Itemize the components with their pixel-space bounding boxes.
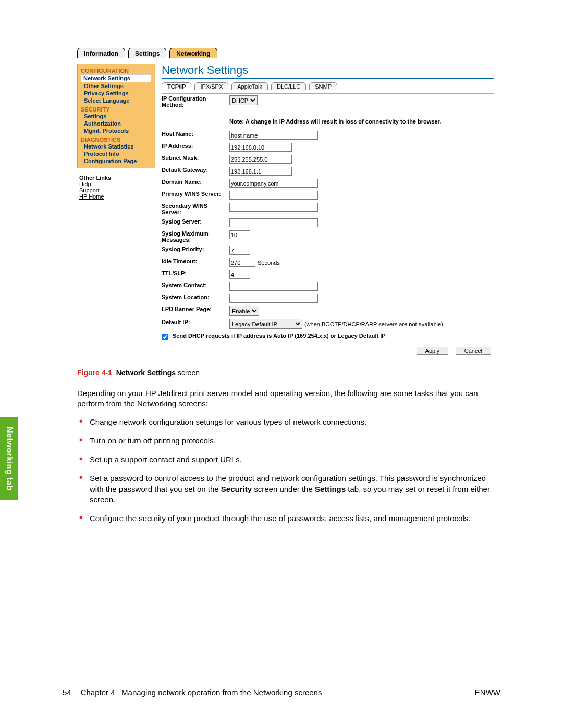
tcpip-form: IP Configuration Method: DHCP Note: A ch… [162, 93, 494, 359]
checkbox-dhcp-label: Send DHCP requests if IP address is Auto… [173, 332, 386, 339]
select-defaultip[interactable]: Legacy Default IP [229, 319, 302, 329]
figure-rest: screen [176, 368, 200, 377]
input-location[interactable] [229, 294, 318, 303]
lbl-pwins: Primary WINS Server: [162, 191, 229, 197]
subtab-appletalk[interactable]: AppleTalk [231, 82, 268, 90]
page-number: 54 [63, 688, 71, 697]
lbl-ipconfig: IP Configuration Method: [162, 95, 229, 108]
lbl-gateway: Default Gateway: [162, 167, 229, 173]
tab-information[interactable]: Information [77, 48, 125, 58]
defaultip-suffix: (when BOOTP/DHCP/RARP servers are not av… [304, 321, 443, 327]
lbl-syslog: Syslog Server: [162, 218, 229, 225]
lbl-subnet: Subnet Mask: [162, 155, 229, 161]
other-links-title: Other Links [79, 175, 155, 181]
lbl-hostname: Host Name: [162, 131, 229, 137]
bullet-2: Turn on or turn off printing protocols. [77, 436, 494, 446]
sidebar-item-diag-netstat[interactable]: Network Statistics [81, 143, 152, 150]
chapter-title: Managing network operation from the Netw… [121, 688, 322, 697]
subtab-tcpip[interactable]: TCP/IP [162, 82, 191, 90]
input-ipaddress[interactable] [229, 143, 292, 152]
input-idle[interactable] [229, 258, 255, 267]
bullet-list: Change network configuration settings fo… [77, 417, 494, 524]
side-tab-networking: Networking tab [0, 417, 18, 500]
page-title: Network Settings [162, 64, 494, 77]
sidebar-item-network-settings[interactable]: Network Settings [81, 74, 152, 82]
figure-caption: Figure 4-1 Network Settings screen [77, 368, 494, 377]
cancel-button[interactable]: Cancel [456, 347, 491, 355]
other-links: Other Links Help Support HP Home [77, 175, 155, 200]
lbl-syslogpri: Syslog Priority: [162, 246, 229, 252]
subtab-ipxspx[interactable]: IPX/SPX [194, 82, 228, 90]
bullet-4: Set a password to control access to the … [77, 473, 494, 505]
input-subnet[interactable] [229, 155, 292, 164]
select-lpd[interactable]: Enable [229, 306, 259, 316]
input-syslog[interactable] [229, 218, 318, 227]
lbl-ttl: TTL/SLP: [162, 270, 229, 276]
top-tabs: Information Settings Networking [77, 47, 494, 58]
bullet-1: Change network configuration settings fo… [77, 417, 494, 427]
subtab-snmp[interactable]: SNMP [309, 82, 337, 90]
sidebar-item-diag-config[interactable]: Configuration Page [81, 157, 152, 165]
sidebar-hdr-security: SECURITY [81, 106, 152, 113]
idle-unit: Seconds [258, 260, 280, 266]
bullet-3: Set up a support contact and support URL… [77, 454, 494, 465]
figure-title: Network Settings [116, 368, 176, 377]
link-hphome[interactable]: HP Home [79, 193, 155, 200]
lbl-syslogmax: Syslog Maximum Messages: [162, 230, 229, 243]
lbl-swins: Secondary WINS Server: [162, 203, 229, 215]
body-intro: Depending on your HP Jetdirect print ser… [77, 388, 494, 410]
bullet-5: Configure the security of your product t… [77, 513, 494, 524]
sidebar-item-other-settings[interactable]: Other Settings [81, 82, 152, 90]
subtab-dlcllc[interactable]: DLC/LLC [271, 82, 306, 90]
lbl-lpd: LPD Banner Page: [162, 306, 229, 312]
lbl-defaultip: Default IP: [162, 319, 229, 325]
side-tab-label: Networking tab [5, 427, 14, 491]
subtabs: TCP/IP IPX/SPX AppleTalk DLC/LLC SNMP [162, 82, 494, 90]
sidebar: CONFIGURATION Network Settings Other Set… [77, 64, 155, 168]
input-pwins[interactable] [229, 191, 318, 200]
input-swins[interactable] [229, 203, 318, 212]
input-ttl[interactable] [229, 270, 250, 279]
tab-settings[interactable]: Settings [128, 48, 166, 58]
sidebar-item-select-language[interactable]: Select Language [81, 97, 152, 104]
input-hostname[interactable] [229, 131, 318, 140]
lbl-ipaddress: IP Address: [162, 143, 229, 149]
lbl-location: System Location: [162, 294, 229, 300]
sidebar-item-diag-proto[interactable]: Protocol Info [81, 150, 152, 157]
chapter-label: Chapter 4 [81, 688, 115, 697]
figure-number: Figure 4-1 [77, 368, 112, 377]
select-ipconfig[interactable]: DHCP [229, 95, 258, 105]
input-contact[interactable] [229, 282, 318, 291]
sidebar-item-sec-settings[interactable]: Settings [81, 113, 152, 120]
sidebar-item-sec-mgmt[interactable]: Mgmt. Protocols [81, 127, 152, 134]
apply-button[interactable]: Apply [417, 347, 449, 355]
link-help[interactable]: Help [79, 181, 155, 187]
input-domain[interactable] [229, 179, 318, 188]
footer-right: ENWW [475, 688, 500, 697]
lbl-idle: Idle Timeout: [162, 258, 229, 264]
input-gateway[interactable] [229, 167, 292, 176]
input-syslogpri[interactable] [229, 246, 250, 255]
link-support[interactable]: Support [79, 187, 155, 193]
sidebar-hdr-config: CONFIGURATION [81, 68, 152, 74]
sidebar-item-privacy-settings[interactable]: Privacy Settings [81, 90, 152, 97]
lbl-domain: Domain Name: [162, 179, 229, 185]
sidebar-item-sec-auth[interactable]: Authorization [81, 120, 152, 127]
tab-networking[interactable]: Networking [169, 48, 217, 58]
ipchange-note: Note: A change in IP Address will result… [229, 111, 494, 128]
lbl-contact: System Contact: [162, 282, 229, 288]
checkbox-dhcp[interactable] [162, 334, 168, 340]
sidebar-hdr-diag: DIAGNOSTICS [81, 137, 152, 143]
page-footer: 54 Chapter 4 Managing network operation … [63, 688, 500, 697]
input-syslogmax[interactable] [229, 230, 250, 239]
